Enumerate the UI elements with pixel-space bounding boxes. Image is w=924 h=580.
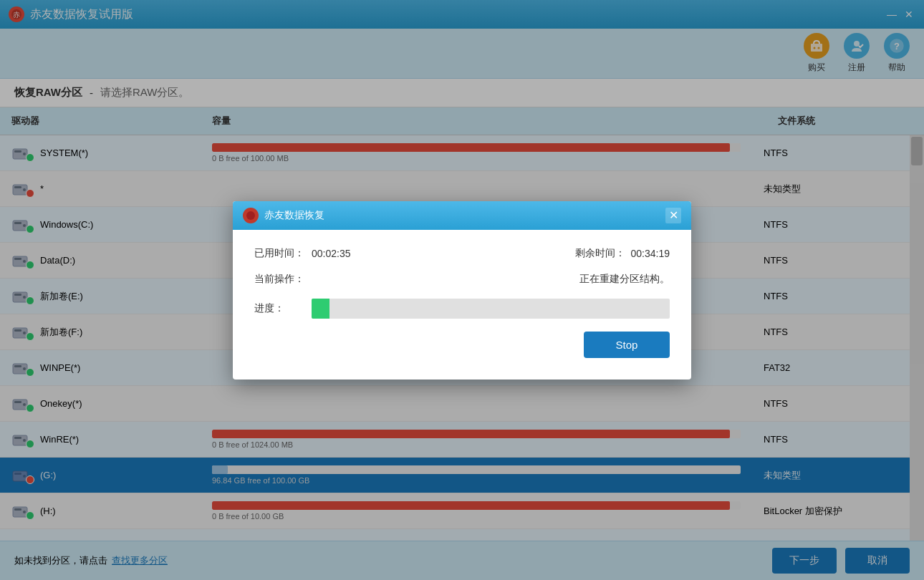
operation-value: 正在重建分区结构。 bbox=[579, 273, 670, 286]
modal-title-area: 赤友数据恢复 bbox=[243, 208, 324, 223]
progress-bar bbox=[312, 299, 670, 319]
modal-close-button[interactable]: ✕ bbox=[665, 208, 681, 223]
remaining-label: 剩余时间： bbox=[575, 247, 625, 260]
svg-point-41 bbox=[246, 211, 255, 220]
modal-overlay: 赤友数据恢复 ✕ 已用时间： 00:02:35 剩余时间： 00:34:19 当… bbox=[0, 0, 924, 580]
modal-progress-row: 进度： bbox=[254, 299, 670, 319]
operation-label: 当前操作： bbox=[254, 273, 312, 286]
modal-footer: Stop bbox=[254, 332, 670, 358]
modal-app-icon bbox=[243, 208, 259, 223]
modal-header: 赤友数据恢复 ✕ bbox=[233, 201, 691, 230]
progress-label: 进度： bbox=[254, 302, 312, 315]
modal-title: 赤友数据恢复 bbox=[264, 209, 324, 222]
modal-operation-row: 当前操作： 正在重建分区结构。 bbox=[254, 273, 670, 286]
elapsed-value: 00:02:35 bbox=[312, 248, 351, 259]
elapsed-label: 已用时间： bbox=[254, 247, 312, 260]
modal-time-row: 已用时间： 00:02:35 剩余时间： 00:34:19 bbox=[254, 247, 670, 260]
progress-modal: 赤友数据恢复 ✕ 已用时间： 00:02:35 剩余时间： 00:34:19 当… bbox=[233, 201, 691, 380]
progress-bar-fill bbox=[312, 299, 329, 319]
stop-button[interactable]: Stop bbox=[584, 332, 670, 358]
remaining-value: 00:34:19 bbox=[631, 248, 670, 259]
modal-body: 已用时间： 00:02:35 剩余时间： 00:34:19 当前操作： 正在重建… bbox=[233, 230, 691, 380]
